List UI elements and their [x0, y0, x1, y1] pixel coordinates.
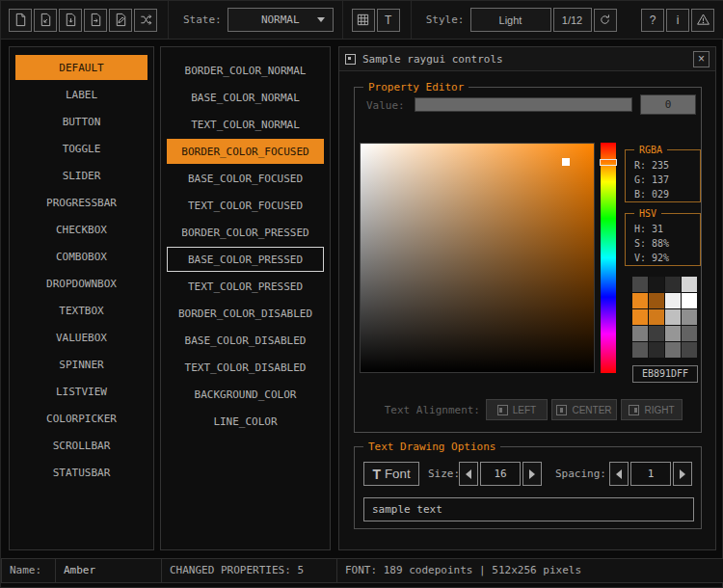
align-center-button[interactable]: CENTER [551, 399, 617, 420]
window-close-button[interactable]: × [693, 51, 710, 67]
control-item-textbox[interactable]: TEXTBOX [15, 298, 147, 323]
palette-swatch[interactable] [682, 277, 697, 292]
spacing-increment-button[interactable] [673, 462, 692, 486]
palette-swatch[interactable] [649, 326, 664, 341]
palette-swatch[interactable] [632, 326, 648, 341]
property-item[interactable]: LINE_COLOR [167, 409, 324, 434]
control-item-listview[interactable]: LISTVIEW [15, 379, 147, 404]
sample-text-input[interactable]: sample text [363, 497, 694, 521]
property-item[interactable]: BASE_COLOR_DISABLED [167, 328, 324, 353]
palette-swatch[interactable] [682, 293, 697, 308]
property-item[interactable]: TEXT_COLOR_NORMAL [167, 112, 324, 137]
palette-swatch[interactable] [632, 293, 648, 308]
palette-swatch[interactable] [649, 293, 664, 308]
hsv-values: H: 31 S: 88% V: 92% [626, 214, 700, 265]
reload-style-button[interactable] [594, 9, 617, 32]
property-item[interactable]: BORDER_COLOR_DISABLED [167, 301, 324, 326]
state-dropdown[interactable]: NORMAL [228, 8, 334, 32]
style-index-button[interactable]: 1/12 [553, 8, 592, 32]
align-left-icon [497, 405, 508, 415]
info-icon: i [677, 13, 680, 27]
control-item-progressbar[interactable]: PROGRESSBAR [15, 190, 147, 215]
palette-swatch[interactable] [649, 342, 664, 358]
arrow-right-icon [529, 469, 535, 479]
window-titlebar[interactable]: Sample raygui controls × [339, 47, 715, 71]
font-button[interactable]: T Font [363, 462, 419, 486]
spacing-label: Spacing: [555, 468, 606, 480]
control-item-spinner[interactable]: SPINNER [15, 352, 147, 377]
new-style-button[interactable] [9, 9, 32, 32]
palette-swatch[interactable] [649, 309, 664, 325]
palette-swatch[interactable] [682, 342, 697, 358]
load-style-button[interactable] [34, 9, 57, 32]
palette-swatch[interactable] [665, 326, 681, 341]
control-item-default[interactable]: DEFAULT [15, 55, 147, 80]
spacing-decrement-button[interactable] [609, 462, 629, 486]
random-style-button[interactable] [134, 9, 157, 32]
palette-swatch[interactable] [632, 309, 648, 325]
palette-swatch[interactable] [632, 277, 648, 292]
property-editor-title: Property Editor [363, 80, 469, 94]
color-picker-panel[interactable] [360, 143, 595, 373]
property-item[interactable]: BACKGROUND_COLOR [167, 382, 324, 407]
control-item-valuebox[interactable]: VALUEBOX [15, 325, 147, 350]
control-item-slider[interactable]: SLIDER [15, 163, 147, 188]
text-tool-button[interactable]: T [377, 9, 400, 32]
palette-swatch[interactable] [682, 326, 697, 341]
control-item-combobox[interactable]: COMBOBOX [15, 244, 147, 269]
property-item[interactable]: TEXT_COLOR_DISABLED [167, 355, 324, 380]
control-item-dropdownbox[interactable]: DROPDOWNBOX [15, 271, 147, 296]
palette-swatch[interactable] [665, 277, 681, 292]
edit-style-button[interactable] [109, 9, 132, 32]
hsv-s-value: S: 88% [634, 236, 700, 251]
value-box[interactable]: 0 [640, 94, 696, 115]
property-item-selected[interactable]: BORDER_COLOR_FOCUSED [167, 139, 324, 164]
control-item-colorpicker[interactable]: COLORPICKER [15, 406, 147, 431]
palette-swatch[interactable] [632, 342, 648, 358]
hue-bar[interactable] [601, 143, 616, 373]
control-item-checkbox[interactable]: CHECKBOX [15, 217, 147, 242]
style-name-value: Light [499, 14, 522, 26]
report-issue-button[interactable] [691, 9, 714, 32]
property-item[interactable]: BASE_COLOR_NORMAL [167, 85, 324, 110]
palette-swatch[interactable] [665, 309, 681, 325]
palette-swatch[interactable] [649, 277, 664, 292]
toolbar-separator [411, 1, 412, 39]
control-item-statusbar[interactable]: STATUSBAR [15, 460, 147, 485]
palette-swatch[interactable] [665, 293, 681, 308]
value-slider[interactable] [415, 97, 632, 112]
hsv-group: HSV H: 31 S: 88% V: 92% [625, 213, 701, 266]
palette-swatch[interactable] [665, 342, 681, 358]
size-value-box[interactable]: 16 [480, 462, 521, 486]
save-style-button[interactable] [59, 9, 82, 32]
reload-style-icon [598, 13, 612, 27]
export-style-button[interactable] [84, 9, 107, 32]
style-name-input[interactable]: Amber [55, 558, 162, 583]
style-name-label: Name: [1, 558, 56, 583]
info-button[interactable]: i [666, 9, 689, 32]
style-name-button[interactable]: Light [470, 8, 551, 32]
help-button[interactable]: ? [641, 9, 664, 32]
property-item-focused[interactable]: BASE_COLOR_PRESSED [167, 247, 324, 272]
property-item[interactable]: BORDER_COLOR_NORMAL [167, 58, 324, 83]
control-item-scrollbar[interactable]: SCROLLBAR [15, 433, 147, 458]
color-picker-cursor[interactable] [562, 158, 570, 166]
control-item-label[interactable]: LABEL [15, 82, 147, 107]
hsv-h-value: H: 31 [634, 222, 700, 236]
value-label: Value: [366, 99, 405, 112]
control-item-toggle[interactable]: TOGGLE [15, 136, 147, 161]
spacing-value-box[interactable]: 1 [630, 462, 671, 486]
property-item[interactable]: TEXT_COLOR_PRESSED [167, 274, 324, 299]
size-decrement-button[interactable] [459, 462, 478, 486]
property-item[interactable]: TEXT_COLOR_FOCUSED [167, 193, 324, 218]
align-left-button[interactable]: LEFT [486, 399, 548, 420]
hue-cursor[interactable] [600, 159, 617, 166]
size-increment-button[interactable] [522, 462, 542, 486]
style-table-button[interactable] [352, 9, 375, 32]
control-item-button[interactable]: BUTTON [15, 109, 147, 134]
palette-swatch[interactable] [682, 309, 697, 325]
align-right-button[interactable]: RIGHT [621, 399, 683, 420]
property-item[interactable]: BORDER_COLOR_PRESSED [167, 220, 324, 245]
property-item[interactable]: BASE_COLOR_FOCUSED [167, 166, 324, 191]
hex-color-input[interactable]: EB891DFF [632, 365, 698, 383]
